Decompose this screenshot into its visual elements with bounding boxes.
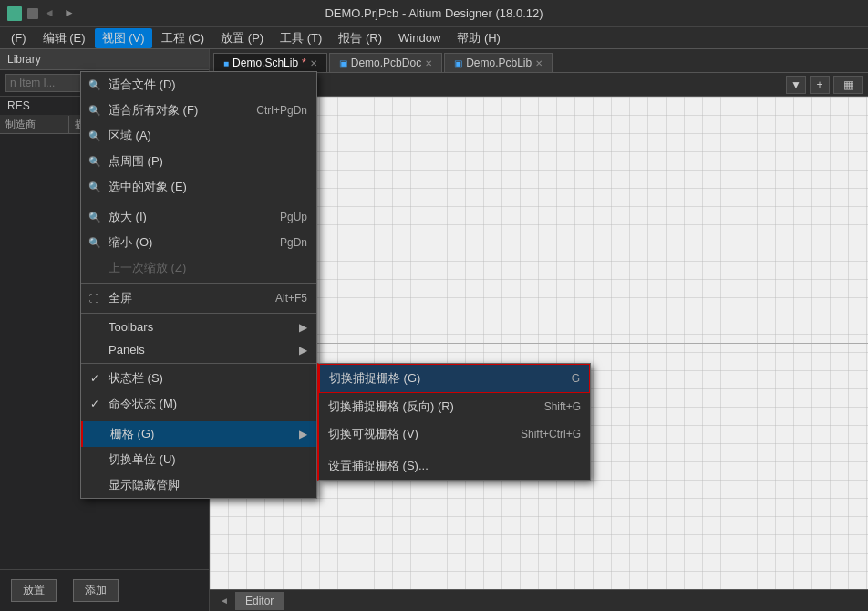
menu-help[interactable]: 帮助 (H) (450, 28, 508, 48)
new-icon[interactable] (27, 8, 38, 19)
scroll-left-btn[interactable]: ◄ (217, 594, 232, 608)
menu-place[interactable]: 放置 (P) (213, 28, 271, 48)
title-bar: ◄ ► DEMO.PrjPcb - Altium Designer (18.0.… (0, 0, 868, 27)
add-toolbar-btn[interactable]: + (810, 76, 830, 94)
title-text: DEMO.PrjPcb - Altium Designer (18.0.12) (325, 6, 542, 20)
forward-icon[interactable]: ► (64, 6, 78, 21)
menu-project[interactable]: 工程 (C) (154, 28, 212, 48)
component-row: RES (0, 97, 209, 116)
tab-schlib-label: Demo.SchLib (232, 57, 298, 69)
tabs-bar: ■ Demo.SchLib * ✕ ▣ Demo.PcbDoc ✕ ▣ Demo… (210, 49, 868, 73)
tab-pcbdoc[interactable]: ▣ Demo.PcbDoc ✕ (329, 53, 442, 72)
bottom-bar: ◄ Editor (210, 589, 868, 611)
menu-file[interactable]: (F) (4, 29, 34, 47)
tab-pcblib-label: Demo.PcbLib (466, 57, 532, 69)
canvas-grid (210, 97, 868, 589)
menu-window[interactable]: Window (391, 29, 448, 47)
tab-pcbdoc-icon: ▣ (339, 58, 347, 68)
menu-tools[interactable]: 工具 (T) (273, 28, 329, 48)
menu-bar: (F) 编辑 (E) 视图 (V) 工程 (C) 放置 (P) 工具 (T) 报… (0, 27, 868, 49)
menu-view[interactable]: 视图 (V) (95, 28, 152, 48)
table-body (0, 134, 209, 569)
sidebar-buttons: 放置 添加 (0, 569, 209, 611)
filter-button[interactable]: ▼ (183, 74, 203, 92)
tab-pcblib[interactable]: ▣ Demo.PcbLib ✕ (444, 53, 553, 72)
menu-reports[interactable]: 报告 (R) (331, 28, 389, 48)
canvas-hline (210, 343, 868, 344)
tab-pcblib-close[interactable]: ✕ (535, 58, 542, 68)
tab-pcbdoc-label: Demo.PcbDoc (351, 57, 421, 69)
col-description: 描述 (69, 116, 139, 133)
canvas-area (210, 97, 868, 589)
tab-schlib-modified: * (302, 57, 306, 69)
sidebar: Library ▼ RES 制造商 描述 单价 放置 添加 (0, 49, 210, 611)
component-label: RES (7, 99, 30, 112)
place-button[interactable]: 放置 (11, 579, 57, 602)
tab-pcblib-icon: ▣ (454, 58, 462, 68)
bottom-tab-editor[interactable]: Editor (235, 592, 284, 610)
col-manufacturer: 制造商 (0, 116, 69, 133)
col-price: 单价 (140, 116, 209, 133)
main-layout: Library ▼ RES 制造商 描述 单价 放置 添加 ■ Demo.Sch… (0, 49, 868, 611)
tab-pcbdoc-close[interactable]: ✕ (425, 58, 432, 68)
toolbar-icons: ◄ ► (7, 6, 78, 21)
filter-toolbar-btn[interactable]: ▼ (786, 76, 806, 94)
table-header: 制造商 描述 单价 (0, 116, 209, 134)
tab-schlib-close[interactable]: ✕ (310, 58, 317, 68)
tab-schlib-icon: ■ (223, 58, 229, 68)
tab-schlib[interactable]: ■ Demo.SchLib * ✕ (213, 53, 327, 72)
app-icon (7, 6, 22, 21)
grid-toolbar-btn[interactable]: ▦ (833, 76, 863, 94)
content-area: ■ Demo.SchLib * ✕ ▣ Demo.PcbDoc ✕ ▣ Demo… (210, 49, 868, 611)
filter-input[interactable] (5, 74, 180, 92)
sidebar-filter: ▼ (0, 70, 209, 97)
tab-toolbar: ▼ + ▦ (210, 73, 868, 97)
add-button[interactable]: 添加 (73, 579, 119, 602)
sidebar-title: Library (0, 49, 209, 70)
menu-edit[interactable]: 编辑 (E) (36, 28, 93, 48)
back-icon[interactable]: ◄ (44, 6, 58, 21)
